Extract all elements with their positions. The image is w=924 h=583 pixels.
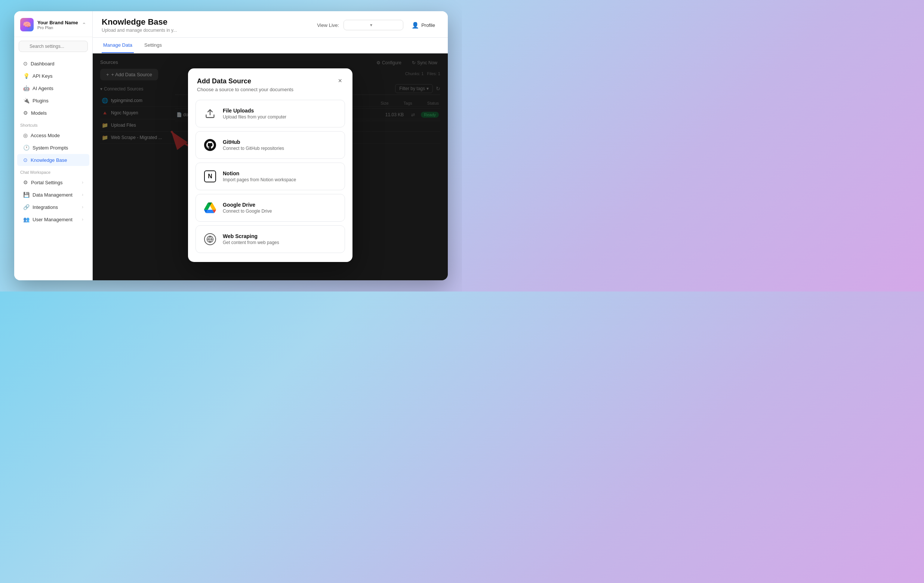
models-icon: ⚙ <box>23 110 28 116</box>
modal-subtitle: Choose a source to connect your document… <box>197 87 294 92</box>
source-option-google-drive[interactable]: Google Drive Connect to Google Drive <box>195 194 345 222</box>
sidebar-item-integrations[interactable]: 🔗 Integrations › <box>17 201 89 213</box>
brand-avatar: 🧠 <box>20 18 34 31</box>
user-management-icon: 👥 <box>23 216 30 222</box>
main-container: 🧠 Your Brand Name Pro Plan ⌃ 🔍 ⊙ Dashboa… <box>14 11 448 280</box>
notion-desc: Import pages from Notion workspace <box>223 177 296 182</box>
api-keys-icon: 💡 <box>23 73 30 79</box>
modal-title: Add Data Source <box>197 77 294 85</box>
sidebar-item-access-mode[interactable]: ◎ Access Mode <box>17 129 89 141</box>
brand-name: Your Brand Name <box>37 20 78 25</box>
page-title-area: Knowledge Base Upload and manage documen… <box>102 17 177 33</box>
kb-content-area: Sources + + Add Data Source ▾ Connected … <box>93 53 448 280</box>
add-data-source-modal: Add Data Source Choose a source to conne… <box>188 68 353 262</box>
dashboard-icon: ⊙ <box>23 61 28 66</box>
view-live-select[interactable]: ▾ <box>343 20 403 30</box>
access-mode-icon: ◎ <box>23 132 28 138</box>
chevron-down-icon: ⌃ <box>82 22 86 28</box>
sidebar: 🧠 Your Brand Name Pro Plan ⌃ 🔍 ⊙ Dashboa… <box>14 11 93 280</box>
google-drive-desc: Connect to Google Drive <box>223 209 272 214</box>
github-title: GitHub <box>223 139 284 145</box>
source-option-file-uploads[interactable]: File Uploads Upload files from your comp… <box>195 100 345 127</box>
portal-settings-icon: ⚙ <box>23 180 28 185</box>
source-option-notion[interactable]: N Notion Import pages from Notion worksp… <box>195 163 345 190</box>
file-uploads-desc: Upload files from your computer <box>223 114 286 120</box>
source-option-web-scraping[interactable]: Web Scraping Get content from web pages <box>195 226 345 253</box>
sidebar-header[interactable]: 🧠 Your Brand Name Pro Plan ⌃ <box>14 11 92 37</box>
chevron-right-icon: › <box>82 192 83 197</box>
source-option-github[interactable]: GitHub Connect to GitHub repositories <box>195 131 345 159</box>
sidebar-item-portal-settings[interactable]: ⚙ Portal Settings › <box>17 176 89 188</box>
chevron-right-icon: › <box>82 180 83 185</box>
search-container: 🔍 <box>14 37 92 56</box>
file-uploads-icon <box>203 106 218 121</box>
github-icon <box>203 138 218 153</box>
file-uploads-title: File Uploads <box>223 108 286 114</box>
sidebar-item-ai-agents[interactable]: 🤖 AI Agents <box>17 82 89 94</box>
sidebar-item-knowledge-base[interactable]: ⊙ Knowledge Base <box>17 154 89 166</box>
chevron-right-icon: › <box>82 204 83 210</box>
google-drive-icon <box>203 200 218 215</box>
top-bar: Knowledge Base Upload and manage documen… <box>93 11 448 38</box>
modal-overlay[interactable]: Add Data Source Choose a source to conne… <box>93 53 448 280</box>
ai-agents-icon: 🤖 <box>23 85 30 91</box>
chevron-right-icon: › <box>82 217 83 222</box>
tab-manage-data[interactable]: Manage Data <box>102 38 134 53</box>
sidebar-item-api-keys[interactable]: 💡 API Keys <box>17 70 89 82</box>
modal-close-button[interactable]: × <box>337 77 343 84</box>
tab-settings[interactable]: Settings <box>143 38 163 53</box>
sidebar-item-dashboard[interactable]: ⊙ Dashboard <box>17 58 89 69</box>
sidebar-nav: ⊙ Dashboard 💡 API Keys 🤖 AI Agents 🔌 Plu… <box>14 56 92 227</box>
view-live-chevron-icon: ▾ <box>370 22 372 28</box>
web-scraping-desc: Get content from web pages <box>223 240 279 245</box>
brand-plan: Pro Plan <box>37 25 78 30</box>
modal-body: File Uploads Upload files from your comp… <box>188 97 353 262</box>
sidebar-item-data-management[interactable]: 💾 Data Management › <box>17 189 89 201</box>
page-subtitle: Upload and manage documents in y... <box>102 28 177 33</box>
system-prompts-icon: 🕐 <box>23 145 30 151</box>
google-drive-title: Google Drive <box>223 202 272 208</box>
integrations-icon: 🔗 <box>23 204 30 210</box>
profile-label: Profile <box>421 22 435 28</box>
sidebar-item-user-management[interactable]: 👥 User Management › <box>17 213 89 226</box>
brand-info: Your Brand Name Pro Plan <box>37 20 78 30</box>
notion-icon: N <box>203 169 218 184</box>
sidebar-item-models[interactable]: ⚙ Models <box>17 107 89 119</box>
shortcuts-label: Shortcuts <box>14 119 92 129</box>
search-input[interactable] <box>19 41 88 52</box>
main-content: Knowledge Base Upload and manage documen… <box>93 11 448 280</box>
sidebar-item-plugins[interactable]: 🔌 Plugins <box>17 95 89 107</box>
data-management-icon: 💾 <box>23 192 30 198</box>
sidebar-item-system-prompts[interactable]: 🕐 System Prompts <box>17 142 89 153</box>
knowledge-base-icon: ⊙ <box>23 157 28 163</box>
page-title: Knowledge Base <box>102 17 177 27</box>
github-desc: Connect to GitHub repositories <box>223 146 284 151</box>
profile-icon: 👤 <box>411 22 419 29</box>
plugins-icon: 🔌 <box>23 97 30 104</box>
profile-button[interactable]: 👤 Profile <box>408 20 439 31</box>
view-live-label: View Live: <box>317 22 339 28</box>
notion-title: Notion <box>223 170 296 176</box>
workspace-label: Chat Workspace <box>14 166 92 176</box>
tabs-bar: Manage Data Settings <box>93 38 448 53</box>
web-scraping-title: Web Scraping <box>223 233 279 239</box>
web-scraping-icon <box>203 232 218 247</box>
top-bar-right: View Live: ▾ 👤 Profile <box>317 20 439 31</box>
modal-header: Add Data Source Choose a source to conne… <box>188 68 353 97</box>
